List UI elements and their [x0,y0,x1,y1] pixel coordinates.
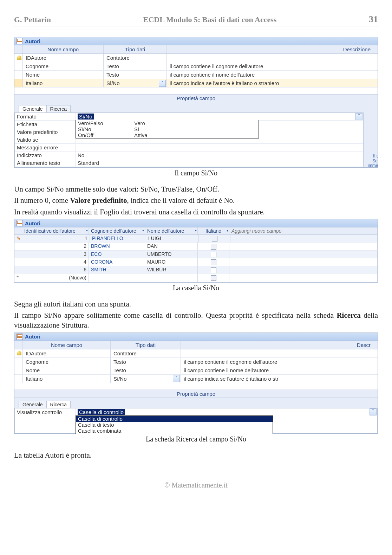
cell-italiano[interactable] [198,258,229,266]
checkbox[interactable] [211,267,216,273]
data-row[interactable]: 6SMITHWILBUR [14,266,378,274]
dropdown-option[interactable]: Sì/NoSì [76,126,259,132]
cell-id[interactable]: (Nuovo) [22,274,89,282]
dropdown-option[interactable]: Vero/FalsoVero [76,120,259,126]
cell-italiano[interactable] [198,251,229,258]
field-type[interactable]: Sì/No [104,79,167,87]
cell-nome[interactable]: MAURO [145,258,198,266]
cell-nome[interactable]: DAN [145,243,198,250]
field-name[interactable]: Italiano [23,375,111,383]
design-row[interactable]: NomeTestoil campo contiene il nome dell'… [14,71,378,79]
field-type[interactable]: Testo [111,358,181,366]
ds-col-cog[interactable]: Cognome dell'autore [91,228,136,234]
ds-col-ita[interactable]: Italiano [205,228,221,234]
field-name[interactable]: Cognome [23,358,111,366]
field-type[interactable]: Contatore [111,349,181,357]
field-description[interactable]: il campo contiene il nome dell'autore [167,71,378,79]
cell-cognome[interactable]: ECO [89,251,145,258]
tab-ricerca[interactable]: Ricerca [46,401,71,408]
data-row[interactable]: 4CORONAMAURO [14,258,378,266]
table-tab[interactable]: Autori [14,37,378,45]
dropdown-icon[interactable] [159,80,166,87]
dropdown-icon[interactable] [355,113,362,120]
design-row[interactable]: ItalianoSì/Noil campo indica se l'autore… [14,79,378,88]
field-name[interactable]: Nome [23,366,111,374]
ds-col-nom[interactable]: Nome dell'autore [147,228,184,234]
field-type[interactable]: Sì/No [111,375,181,383]
prop-label: Formato [15,113,76,120]
field-type[interactable]: Contatore [104,54,167,62]
table-tab[interactable]: Autori [14,333,378,341]
dropdown-icon[interactable]: ▾ [227,228,228,232]
cell-cognome[interactable]: PIRANDELLO [90,235,146,242]
cell-nome[interactable]: UMBERTO [145,251,198,258]
cell-id[interactable]: 4 [22,258,89,266]
cell-nome[interactable]: WILBUR [145,266,198,273]
cell-cognome[interactable]: SMITH [89,266,145,273]
cell-italiano[interactable] [199,235,230,242]
cell-cognome[interactable]: CORONA [89,258,145,266]
field-name[interactable]: Italiano [23,79,104,87]
cell-id[interactable]: 3 [22,251,89,258]
design-row[interactable]: ItalianoSì/Noil campo indica se l'autore… [14,375,378,383]
dropdown-icon[interactable] [173,375,180,382]
dropdown-icon[interactable]: ▾ [195,228,197,232]
field-type[interactable]: Testo [104,62,167,70]
field-description[interactable]: il campo contiene il cognome dell'autore [167,62,378,70]
design-row[interactable]: CognomeTestoil campo contiene il cognome… [14,62,378,71]
field-name[interactable]: Cognome [23,62,104,70]
prop-value[interactable]: No [76,151,363,159]
primary-key-icon [17,351,21,355]
field-description[interactable]: il campo contiene il nome dell'autore [181,366,378,374]
data-row[interactable]: 2BROWNDAN [14,243,378,250]
design-row[interactable]: CognomeTestoil campo contiene il cognome… [14,358,378,366]
cell-id[interactable]: 6 [22,266,89,273]
table-tab[interactable]: Autori [14,219,378,227]
cell-id[interactable]: 2 [22,243,89,250]
data-row[interactable]: 3ECOUMBERTO [14,251,378,258]
design-row[interactable]: IDAutoreContatore [14,54,378,62]
figure1-caption: Il campo Sì/No [14,169,378,177]
checkbox[interactable] [211,275,216,281]
field-type[interactable]: Testo [104,71,167,79]
prop-value[interactable]: Sì/NoVero/FalsoVeroSì/NoSìOn/OffAttiva [76,113,363,120]
field-name[interactable]: Nome [23,71,104,79]
dropdown-option[interactable]: Casella combinata [76,428,273,434]
checkbox[interactable] [212,236,217,241]
field-description[interactable]: il campo indica se l'autore è italiano o… [167,79,378,87]
prop-value-visualizza[interactable]: Casella di controllo Casella di controll… [76,408,377,416]
cell-nome[interactable]: LUIGI [146,235,199,242]
design-row[interactable]: IDAutoreContatore [14,349,378,358]
dropdown-option[interactable]: Casella di testo [76,422,273,428]
field-name[interactable]: IDAutore [23,349,111,357]
ds-col-add[interactable]: Aggiungi nuovo campo [229,227,378,234]
cell-italiano[interactable] [198,266,229,273]
tab-generale[interactable]: Generale [19,401,47,408]
checkbox[interactable] [211,252,216,257]
field-description[interactable]: il campo contiene il cognome dell'autore [181,358,378,366]
design-row[interactable]: NomeTestoil campo contiene il nome dell'… [14,366,378,375]
field-description[interactable]: il campo indica se l'autore è italiano o… [181,375,378,383]
dropdown-icon[interactable] [370,408,377,415]
field-description[interactable] [181,349,378,357]
dropdown-icon[interactable]: ▾ [142,228,144,232]
new-row[interactable]: *(Nuovo) [14,274,378,282]
field-type[interactable]: Testo [111,366,181,374]
cell-cognome[interactable]: BROWN [89,243,145,250]
prop-value[interactable] [76,144,363,151]
dropdown-icon[interactable]: ▾ [86,228,88,232]
tab-generale[interactable]: Generale [19,105,47,112]
prop-value[interactable]: Standard [76,159,363,167]
field-description[interactable] [167,54,378,62]
prop-label: Indicizzato [15,151,76,159]
data-row[interactable]: ✎1PIRANDELLOLUIGI [14,235,378,243]
checkbox[interactable] [211,244,216,250]
ds-col-id[interactable]: Identificativo dell'autore [24,228,76,234]
cell-italiano[interactable] [198,243,229,250]
checkbox[interactable] [211,259,216,265]
dropdown-option[interactable]: On/OffAttiva [76,132,259,138]
tab-ricerca[interactable]: Ricerca [46,105,71,112]
field-name[interactable]: IDAutore [23,54,104,62]
cell-id[interactable]: 1 [23,235,90,242]
dropdown-option[interactable]: Casella di controllo [76,416,273,422]
